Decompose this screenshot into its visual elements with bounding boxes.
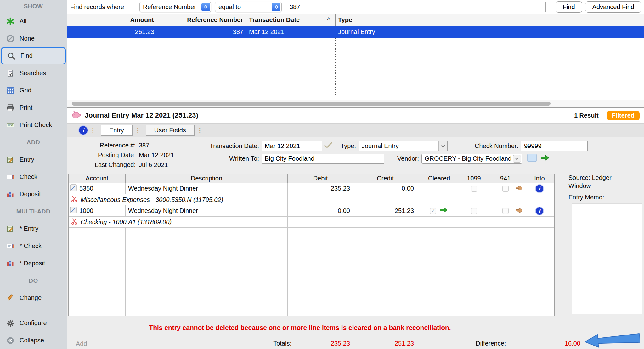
hand-icon[interactable] xyxy=(516,185,523,192)
scrollbar-thumb[interactable] xyxy=(72,102,551,106)
checkbox-941[interactable] xyxy=(502,208,509,214)
cell-1099 xyxy=(461,183,487,194)
transaction-date-input[interactable] xyxy=(262,141,322,151)
popup-chevrons-icon xyxy=(201,3,210,11)
operator-select-value: equal to xyxy=(215,3,271,11)
column-header-transaction-date[interactable]: Transaction Date^ xyxy=(246,14,336,26)
sidebar-item-label: Entry xyxy=(20,156,34,163)
transaction-date-label: Transaction Date: xyxy=(199,142,259,150)
sidebar-item-multi-entry[interactable]: * Entry xyxy=(0,220,67,237)
sidebar-item-entry[interactable]: Entry xyxy=(0,151,67,168)
search-value-input[interactable] xyxy=(286,2,546,12)
column-header-type[interactable]: Type xyxy=(336,14,644,26)
sidebar-item-configure[interactable]: Configure xyxy=(0,314,67,332)
result-row-empty xyxy=(67,84,644,96)
line-item-row[interactable]: 5350 Wednesday Night Dinner 235.23 0.00 xyxy=(69,183,554,194)
difference-value: 16.00 xyxy=(517,340,580,347)
print-check-icon xyxy=(6,121,15,129)
column-header-info: Info xyxy=(524,174,555,183)
written-to-label: Written To: xyxy=(199,155,259,162)
line-item-row[interactable]: 1000 Wednesday Night Dinner 0.00 251.23 xyxy=(69,205,554,217)
none-icon xyxy=(6,35,15,43)
sidebar-item-check[interactable]: Check xyxy=(0,168,67,186)
result-row-empty xyxy=(67,38,644,49)
edit-cell-icon[interactable] xyxy=(70,207,77,215)
sidebar-item-label: All xyxy=(20,18,26,25)
tab-user-fields[interactable]: User Fields xyxy=(146,125,195,136)
check-number-input[interactable] xyxy=(521,141,588,151)
cell-info xyxy=(524,205,555,216)
cleared-arrow-icon[interactable] xyxy=(439,207,448,215)
sidebar-item-print[interactable]: Print xyxy=(0,99,67,116)
field-select[interactable]: Reference Number xyxy=(139,2,211,12)
add-button[interactable]: Add xyxy=(72,340,87,347)
cell-description: Wednesday Night Dinner xyxy=(126,183,288,194)
sidebar-item-none[interactable]: None xyxy=(0,30,67,47)
fields-column: Transaction Date: Type: Journal Entry Ch… xyxy=(199,141,588,170)
cell-cleared xyxy=(417,205,461,216)
totals-bar: Add Totals: 235.23 251.23 Difference: 16… xyxy=(67,339,644,349)
drag-dots-icon xyxy=(196,126,203,135)
horizontal-scrollbar[interactable] xyxy=(67,100,644,108)
debit-total: 235.23 xyxy=(287,340,350,347)
vendor-card-icon[interactable] xyxy=(527,154,537,163)
info-icon[interactable] xyxy=(536,185,543,192)
written-to-input[interactable] xyxy=(262,154,384,164)
sidebar-item-all[interactable]: All xyxy=(0,13,67,30)
scissors-icon[interactable] xyxy=(71,218,77,226)
sidebar-item-label: None xyxy=(20,35,35,42)
sidebar-item-label: Check xyxy=(20,173,37,180)
go-to-vendor-arrow-icon[interactable] xyxy=(540,154,550,163)
sidebar-item-label: * Entry xyxy=(20,225,38,232)
type-select[interactable]: Journal Entry xyxy=(359,141,448,151)
cleared-checkbox[interactable] xyxy=(430,208,436,214)
column-header-reference-number[interactable]: Reference Number xyxy=(157,14,246,26)
filtered-badge[interactable]: Filtered xyxy=(607,111,640,120)
column-header-amount[interactable]: Amount xyxy=(67,14,157,26)
sidebar-item-searches[interactable]: Searches xyxy=(0,64,67,82)
sidebar-item-collapse[interactable]: Collapse xyxy=(0,332,67,349)
drag-dots-icon xyxy=(134,126,141,135)
line-items-empty-area xyxy=(69,228,554,316)
credit-total: 251.23 xyxy=(351,340,414,347)
cell-cleared xyxy=(417,183,461,194)
vendor-select[interactable]: GROCERY - Big City Foodland xyxy=(421,154,522,164)
hand-icon[interactable] xyxy=(516,207,523,214)
sidebar-item-find[interactable]: Find xyxy=(1,47,66,64)
sidebar-item-print-check[interactable]: Print Check xyxy=(0,116,67,134)
edit-cell-icon[interactable] xyxy=(70,184,77,193)
operator-select[interactable]: equal to xyxy=(215,2,282,12)
cell-description: Wednesday Night Dinner xyxy=(126,205,288,216)
ledger-entry-icon xyxy=(6,156,15,164)
cell-reference-number: 387 xyxy=(157,26,246,38)
type-select-value: Journal Entry xyxy=(359,142,438,150)
sidebar-item-grid[interactable]: Grid xyxy=(0,82,67,99)
sidebar-item-multi-check[interactable]: * Check xyxy=(0,237,67,255)
cell-credit: 0.00 xyxy=(353,183,417,194)
sidebar-item-deposit[interactable]: Deposit xyxy=(0,186,67,203)
results-header-row: Amount Reference Number Transaction Date… xyxy=(67,14,644,26)
annotation-arrow-icon xyxy=(584,330,640,349)
info-icon[interactable] xyxy=(536,207,543,215)
scissors-icon[interactable] xyxy=(71,196,77,204)
checkbox-1099[interactable] xyxy=(471,208,477,214)
advanced-find-button[interactable]: Advanced Find xyxy=(585,1,641,13)
sidebar-item-change[interactable]: Change xyxy=(0,289,67,307)
check-document-icon xyxy=(6,173,15,181)
info-icon[interactable] xyxy=(79,126,88,135)
add-button-area: Add xyxy=(72,339,102,348)
reference-label: Reference #: xyxy=(67,142,136,149)
deposit-coins-icon xyxy=(6,259,15,268)
entry-memo-textarea[interactable] xyxy=(572,203,642,314)
sidebar-item-multi-deposit[interactable]: * Deposit xyxy=(0,255,67,272)
find-button[interactable]: Find xyxy=(556,1,582,13)
checkbox-941[interactable] xyxy=(502,186,509,192)
checkbox-1099[interactable] xyxy=(471,186,477,192)
date-check-icon[interactable] xyxy=(324,142,333,150)
type-label: Type: xyxy=(337,142,356,150)
line-items-header: Account Description Debit Credit Cleared… xyxy=(69,174,554,183)
posting-date-label: Posting Date: xyxy=(67,152,136,159)
result-row-selected[interactable]: 251.23 387 Mar 12 2021 Journal Entry xyxy=(67,26,644,38)
tab-entry[interactable]: Entry xyxy=(101,125,133,136)
column-header-description: Description xyxy=(126,174,288,183)
